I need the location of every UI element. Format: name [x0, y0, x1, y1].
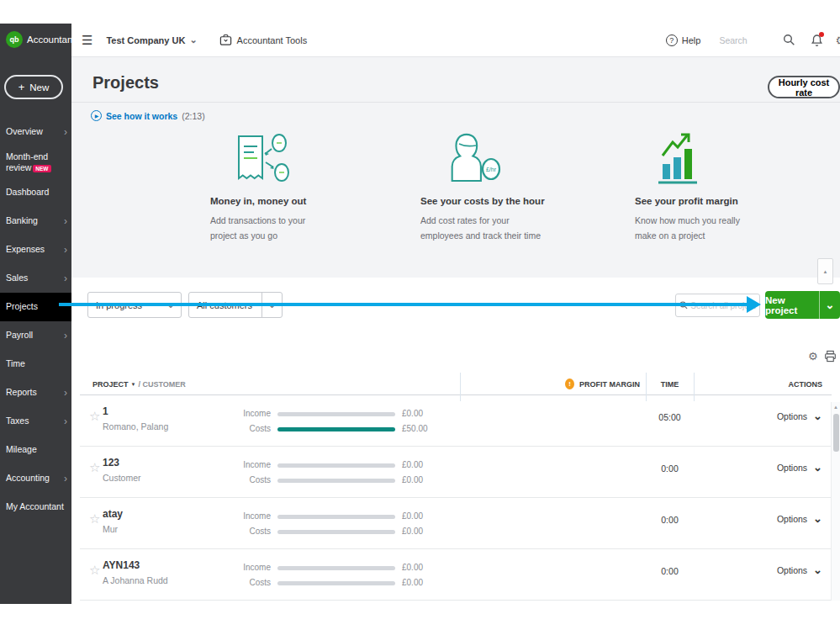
new-project-label[interactable]: New project — [765, 291, 819, 319]
favorite-star-icon[interactable]: ☆ — [89, 409, 100, 424]
sidebar-item-label: Accounting — [6, 473, 64, 484]
table-row[interactable]: ☆ 1 Romano, Palang Income £0.00 Costs £5… — [80, 395, 832, 447]
sidebar-item-label: Sales — [6, 273, 64, 283]
brand: qb Accountant — [6, 31, 76, 48]
card-desc-line: Add cost rates for your — [420, 214, 584, 229]
new-button[interactable]: + New — [4, 75, 63, 99]
sidebar-item-taxes[interactable]: Taxes › — [0, 407, 71, 436]
project-name[interactable]: AYN143 — [103, 559, 140, 571]
accountant-tools-button[interactable]: Accountant Tools — [219, 34, 308, 46]
card-desc-line: employees and track their time — [420, 229, 584, 244]
up-arrow-icon: ▲ — [823, 269, 828, 274]
sidebar-item-mileage[interactable]: Mileage — [0, 436, 71, 464]
column-project-customer[interactable]: PROJECT ▼ / CUSTOMER — [92, 380, 186, 389]
chevron-down-icon: ⌄ — [813, 567, 822, 574]
table-row[interactable]: ☆ atay Mur Income £0.00 Costs £0.00 0:00… — [80, 498, 832, 549]
notifications-bell-icon[interactable] — [811, 34, 823, 47]
sidebar-nav: Overview › Month-end reviewNEW Dashboard… — [0, 118, 71, 521]
sidebar-item-dashboard[interactable]: Dashboard — [0, 178, 71, 207]
sidebar-item-label: My Accountant — [6, 501, 67, 512]
income-label: Income — [220, 563, 271, 572]
sidebar-item-banking[interactable]: Banking › — [0, 207, 71, 236]
new-project-dropdown-toggle[interactable]: ⌄ — [819, 291, 840, 319]
project-name[interactable]: 123 — [103, 457, 119, 469]
options-button[interactable]: Options ⌄ — [777, 565, 822, 575]
see-how-it-works-link[interactable]: ▶ See how it works (2:13) — [91, 110, 205, 121]
sidebar-item-time[interactable]: Time — [0, 350, 71, 379]
new-project-button: New project ⌄ — [765, 291, 840, 319]
info-card-profit: See your profit margin Know how much you… — [635, 132, 799, 244]
costs-bar — [277, 427, 395, 431]
card-title: See your costs by the hour — [420, 196, 584, 206]
chevron-right-icon: › — [64, 474, 67, 484]
app-screen: qb Accountant + New Overview › Month-end… — [0, 0, 840, 630]
project-name[interactable]: atay — [103, 508, 123, 520]
hamburger-menu-icon[interactable]: ☰ — [82, 33, 92, 48]
play-icon: ▶ — [91, 110, 102, 121]
costs-label: Costs — [220, 475, 271, 484]
sidebar-item-projects[interactable]: Projects — [0, 293, 71, 321]
column-actions-label: ACTIONS — [789, 380, 823, 389]
income-label: Income — [220, 511, 271, 521]
card-title: See your profit margin — [635, 196, 799, 206]
table-settings-gear-icon[interactable]: ⚙ — [808, 350, 818, 363]
customer-name: Customer — [103, 473, 141, 483]
costs-value: £0.00 — [402, 475, 423, 484]
options-button[interactable]: Options ⌄ — [777, 463, 822, 473]
costs-value: £0.00 — [402, 527, 423, 536]
sidebar-item-accounting[interactable]: Accounting › — [0, 464, 71, 493]
page-title: Projects — [92, 73, 159, 93]
help-button[interactable]: ? Help — [666, 34, 701, 46]
chevron-right-icon: › — [64, 245, 67, 255]
sidebar-item-my-accountant[interactable]: My Accountant — [0, 493, 71, 521]
table-row[interactable]: ☆ AYN143 A Johanna Rudd Income £0.00 Cos… — [80, 549, 832, 601]
customer-name: Mur — [103, 524, 118, 534]
income-label: Income — [220, 409, 271, 418]
new-button-label: New — [29, 82, 49, 93]
time-value: 05:00 — [646, 412, 694, 422]
table-scrollbar[interactable]: ▲ — [831, 402, 840, 601]
scroll-up-button[interactable]: ▲ — [817, 258, 833, 284]
favorite-star-icon[interactable]: ☆ — [89, 511, 100, 527]
see-how-label: See how it works — [106, 111, 177, 121]
sidebar-item-label: Payroll — [6, 330, 64, 341]
help-label: Help — [682, 35, 701, 45]
card-desc-line: make on a project — [635, 229, 799, 244]
table-row[interactable]: ☆ 123 Customer Income £0.00 Costs £0.00 … — [80, 447, 832, 498]
sidebar-item-payroll[interactable]: Payroll › — [0, 321, 71, 350]
costs-bar — [277, 530, 395, 534]
sidebar-item-expenses[interactable]: Expenses › — [0, 236, 71, 264]
time-value: 0:00 — [646, 566, 694, 576]
income-value: £0.00 — [402, 511, 423, 521]
sidebar-item-sales[interactable]: Sales › — [0, 264, 71, 293]
customer-name: Romano, Palang — [103, 421, 168, 431]
chevron-right-icon: › — [64, 273, 67, 283]
card-title: Money in, money out — [210, 196, 374, 206]
options-button[interactable]: Options ⌄ — [777, 411, 822, 421]
global-search-input[interactable] — [719, 35, 768, 45]
sidebar-item-overview[interactable]: Overview › — [0, 118, 71, 146]
print-icon[interactable] — [824, 350, 837, 363]
income-bar — [277, 412, 395, 416]
costs-value: £0.00 — [402, 578, 423, 587]
hourly-cost-rate-button[interactable]: Hourly cost rate — [768, 76, 840, 98]
favorite-star-icon[interactable]: ☆ — [89, 460, 100, 475]
project-name[interactable]: 1 — [103, 405, 108, 417]
scrollbar-up-arrow-icon[interactable]: ▲ — [832, 405, 840, 410]
column-profit-margin-label: PROFIT MARGIN — [579, 380, 640, 389]
costs-label: Costs — [220, 527, 271, 536]
brand-label: Accountant — [27, 34, 76, 45]
card-desc-line: Add transactions to your — [210, 214, 374, 229]
favorite-star-icon[interactable]: ☆ — [89, 563, 100, 578]
chevron-down-icon: ⌄ — [813, 516, 822, 522]
options-button[interactable]: Options ⌄ — [777, 514, 822, 524]
company-switcher[interactable]: Test Company UK ⌄ — [106, 35, 197, 45]
search-icon[interactable] — [783, 34, 795, 46]
time-value: 0:00 — [646, 463, 694, 474]
sidebar-item-month-end-review[interactable]: Month-end reviewNEW — [0, 146, 71, 178]
profit-chart-icon — [635, 132, 799, 186]
settings-gear-icon[interactable]: ⚙ — [835, 34, 840, 47]
scrollbar-thumb[interactable] — [833, 414, 839, 452]
sidebar-item-reports[interactable]: Reports › — [0, 379, 71, 407]
accountant-tools-label: Accountant Tools — [237, 35, 308, 45]
